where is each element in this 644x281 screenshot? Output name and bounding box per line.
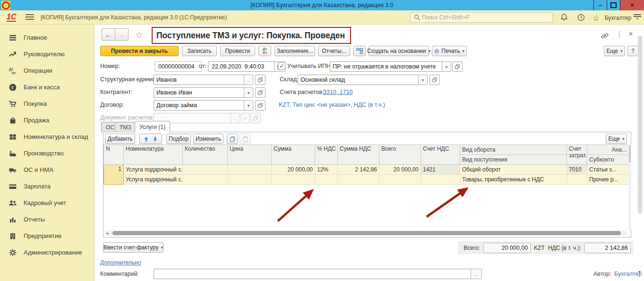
sidebar-item-os-nma[interactable]: ОС и НМА [0,162,94,178]
sidebar-item-main[interactable]: Главное [0,29,94,46]
col-sum[interactable]: Сумма [272,145,315,165]
show-postings-button[interactable]: ДтКт [258,46,271,56]
col-n[interactable]: N [104,145,124,165]
window-vscrollbar[interactable] [637,35,643,253]
col-cost-account[interactable]: Счет затрат... [567,145,587,165]
pr-dropdown-button[interactable]: ▾ [442,61,451,72]
sidebar-item-hr[interactable]: Кадровый учет [0,195,94,211]
post-and-close-button[interactable]: Провести и закрыть [100,46,179,56]
col-vat-pct[interactable]: % НДС [315,145,338,165]
col-subconto[interactable]: Субконто [587,155,629,165]
comment-field[interactable] [154,269,475,279]
sidebar-item-operations[interactable]: ДтКтОперации [0,62,94,79]
post-button[interactable]: Провести [220,46,255,56]
help-button[interactable]: ? [627,46,638,56]
history-clock-icon[interactable] [576,13,586,22]
col-nomenclature[interactable]: Номенклатура [124,145,183,165]
counterparty-open-button[interactable] [255,87,266,98]
sum-cell[interactable]: 20 000,00 [272,165,315,175]
date-field[interactable] [208,61,279,72]
grid-copy-button[interactable] [227,134,238,144]
favorite-star-icon[interactable]: ☆ [135,29,143,40]
tab-tmz[interactable]: ТМЗ [115,122,136,132]
vat-account-cell[interactable]: 1421 [421,165,460,175]
vscroll-thumb[interactable] [638,35,642,214]
sidebar-item-nomenclature[interactable]: Номенклатура и склад [0,128,94,145]
hscroll-thumb[interactable] [112,231,621,235]
nomenclature-cell[interactable]: Услуга подарочный с... [124,165,183,175]
sidebar-item-purchase[interactable]: Покупка [0,95,94,112]
grid-add-button[interactable]: Добавить [105,134,135,144]
scroll-down-icon[interactable]: ▾ [638,269,641,274]
accounts-link[interactable]: 3310, 1710 [323,89,353,95]
service-menu-icon[interactable]: ▾ [634,14,641,20]
subconto-cell[interactable]: Прочие р... [587,175,629,185]
col-price[interactable]: Цена [228,145,272,165]
ana-cell[interactable]: Статьи з... [587,165,629,175]
related-documents-button[interactable] [353,46,366,56]
move-up-icon[interactable] [143,136,149,142]
grid-pick-button[interactable]: Подбор [166,134,191,144]
grid-more-button[interactable]: Еще▾ [606,134,627,144]
col-qty[interactable]: Количество [183,145,228,165]
contract-dropdown-button[interactable]: ▾ [244,100,253,111]
comment-expand-button[interactable]: ... [471,269,482,279]
col-total[interactable]: Всего [379,145,421,165]
current-user[interactable]: Бухгалтер [605,15,631,21]
close-window-button[interactable]: × [620,0,644,10]
reports-button[interactable]: Отчеты... [318,46,350,56]
grid-move-buttons[interactable] [139,134,162,144]
scroll-left-icon[interactable]: ◂ [106,230,108,236]
move-down-icon[interactable] [152,136,158,142]
contract-open-button[interactable] [255,100,266,111]
row-number-cell[interactable]: 1 [104,165,124,185]
sidebar-item-salary[interactable]: Зарплата [0,178,94,195]
currency-price-info-link[interactable]: KZT, Тип цен: <не указан>, НДС (в т.ч.) [279,102,385,108]
vat-pct-cell[interactable]: 12% [315,165,338,175]
vat-sum-cell[interactable]: 2 142,86 [338,165,379,175]
number-field[interactable] [155,61,202,72]
price-cell[interactable] [228,165,272,175]
nomenclature-cell2[interactable]: Услуга подарочный с... [124,175,183,185]
col-turnover[interactable]: Вид оборота [460,145,567,155]
settlement-doc-open-button[interactable] [250,113,261,123]
pr-open-button[interactable] [452,61,463,72]
warehouse-open-button[interactable] [429,75,440,85]
sidebar-item-manager[interactable]: Руководителю [0,46,94,62]
save-button[interactable]: Записать [182,46,217,56]
maximize-button[interactable] [607,0,620,10]
print-button[interactable]: Печать▾ [432,46,467,56]
additional-link[interactable]: Дополнительно [100,259,141,266]
main-menu-icon[interactable] [26,14,34,21]
total-cell[interactable]: 20 000,00 [379,165,421,175]
sidebar-item-production[interactable]: Производство [0,145,94,162]
col-vat-account[interactable]: Счет НДС [421,145,460,165]
counterparty-field[interactable]: Иванов Иван [154,87,249,98]
receipt-cell[interactable]: Товары, приобретенные с НДС [460,175,567,185]
col-receipt[interactable]: Вид поступления [460,155,567,165]
turnover-cell[interactable]: Общий оборот [460,165,567,175]
sidebar-item-administration[interactable]: Администрирование [0,244,94,261]
forward-button[interactable]: → [115,28,129,41]
pr-field[interactable]: ПР: не отражается в налоговом учете [330,61,447,72]
sidebar-item-bank[interactable]: ТБанк и касса [0,79,94,95]
sidebar-item-enterprise[interactable]: Предприятие [0,228,94,244]
fill-button[interactable]: Заполнение... [275,46,315,56]
get-link-icon[interactable] [600,31,610,41]
favorites-star-icon[interactable]: ☆ [592,13,600,23]
ipn-checkbox[interactable]: ✓ [278,62,285,70]
back-button[interactable]: ← [102,28,115,41]
author-link[interactable]: Бухгалтер [614,271,642,277]
cost-account-cell[interactable]: 7010 [567,165,587,175]
more-vertical-icon[interactable]: ⋮ [616,30,623,39]
warehouse-dropdown-button[interactable]: ▾ [418,75,428,85]
col-vat-sum[interactable]: Сумма НДС [338,145,379,165]
sidebar-item-sale[interactable]: Продажа [0,112,94,128]
close-form-icon[interactable]: × [628,29,633,39]
form-more-button[interactable]: Еще▾ [604,46,625,56]
contract-field[interactable]: Договор займа [154,100,249,111]
unit-field[interactable]: Иванов [154,75,249,85]
col-ana[interactable]: Ана... [587,145,629,155]
table-row-line2[interactable]: Услуга подарочный с... Товары, приобрете… [104,175,629,185]
table-row-line1[interactable]: 1 Услуга подарочный с... 20 000,00 12% 2… [104,165,629,175]
